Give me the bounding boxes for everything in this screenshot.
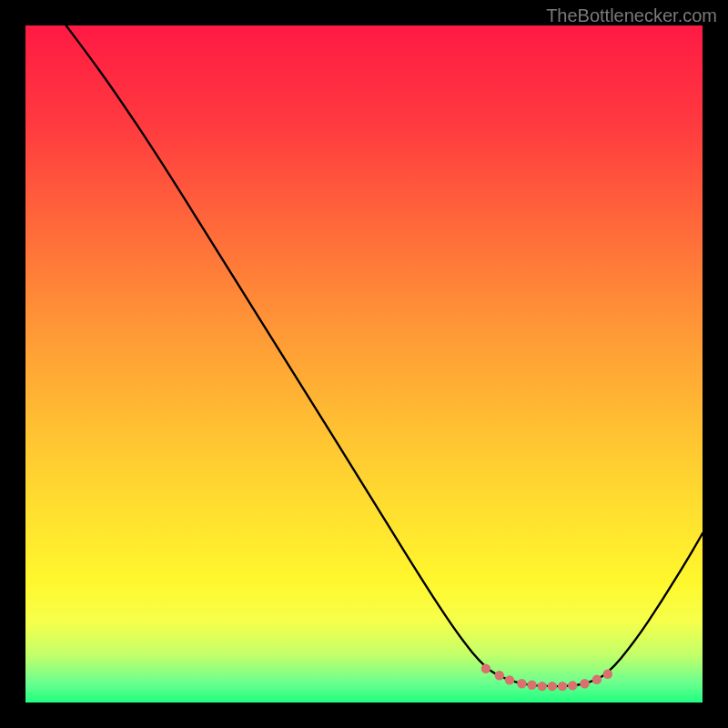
highlight-dot [603, 670, 612, 679]
highlight-dot [505, 675, 514, 684]
highlight-dot [548, 682, 557, 691]
highlight-dot [592, 675, 602, 684]
highlight-dot [538, 682, 547, 691]
highlight-dot [558, 682, 567, 691]
bottleneck-curve [66, 25, 703, 686]
highlight-dot [527, 681, 536, 690]
highlight-dot [495, 671, 504, 680]
chart-container: TheBottlenecker.com [0, 0, 728, 728]
highlight-dot [580, 679, 589, 688]
plot-area [25, 25, 703, 703]
highlight-dot [481, 664, 490, 673]
highlight-dot [517, 679, 526, 688]
attribution-text: TheBottlenecker.com [546, 5, 717, 26]
highlight-dot [568, 681, 577, 690]
curve-layer [25, 25, 703, 703]
